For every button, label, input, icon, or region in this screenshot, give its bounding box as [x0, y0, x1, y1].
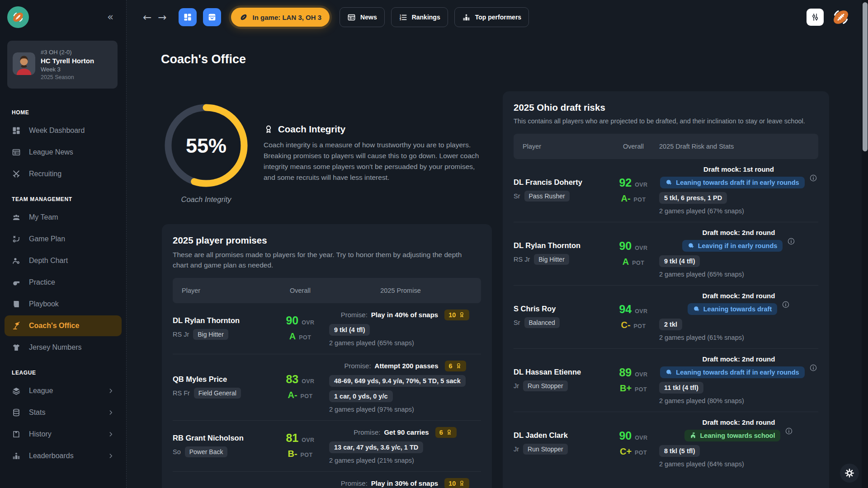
- draft-mock: Draft mock: 2nd round: [703, 418, 775, 426]
- risk-pill: Leaving if in early rounds: [682, 240, 783, 252]
- promise-row[interactable]: RB Grant Nicholson So Power Back 81OVR B…: [173, 421, 481, 472]
- sidebar-item-coach-s-office[interactable]: Coach's Office: [5, 315, 122, 336]
- pot-value: C+: [620, 446, 632, 457]
- overall-cell: 90OVR APOT: [271, 314, 329, 342]
- scrollbar-track[interactable]: [862, 0, 868, 488]
- sidebar-item-recruiting[interactable]: Recruiting: [5, 164, 122, 184]
- player-name: DL Rylan Thornton: [514, 241, 608, 250]
- promise-row[interactable]: DL Rylan Thornton RS Jr Big Hitter 90OVR…: [173, 303, 481, 354]
- sidebar-item-my-team[interactable]: My Team: [5, 207, 122, 228]
- tab-label: Top performers: [475, 14, 521, 21]
- integrity-donut-chart: 55%: [161, 100, 251, 191]
- stat-pill: 9 tkl (4 tfl): [659, 255, 700, 267]
- info-icon[interactable]: [785, 427, 793, 435]
- player-archetype-badge: Field General: [194, 388, 241, 399]
- sidebar-item-label: Leaderboards: [29, 452, 99, 460]
- dashboard-shortcut-button[interactable]: [179, 8, 197, 26]
- player-archetype-badge: Balanced: [524, 317, 560, 328]
- inbox-shortcut-button[interactable]: [203, 8, 221, 26]
- games-played: 2 games played (80% snaps): [659, 397, 744, 404]
- sidebar-item-history[interactable]: History: [5, 424, 122, 445]
- player-cell[interactable]: DL Rylan Thornton RS Jr Big Hitter: [173, 316, 271, 340]
- tab-top-performers[interactable]: Top performers: [454, 7, 529, 27]
- filters-button[interactable]: [807, 9, 824, 26]
- integrity-percent: 55%: [186, 134, 226, 157]
- promise-row-partial[interactable]: Promise: Play in 30% of snaps 10: [173, 472, 481, 488]
- draft-risk-row[interactable]: DL Jaden Clark Jr Run Stopper 90OVR C+PO…: [514, 412, 818, 475]
- draft-risk-row[interactable]: S Chris Roy Sr Balanced 94OVR C-POT Draf…: [514, 286, 818, 349]
- info-icon[interactable]: [787, 237, 795, 245]
- pot-value: A-: [621, 193, 630, 204]
- risk-pill: Leaning towards draft if in early rounds: [660, 177, 804, 188]
- pot-value: B-: [288, 449, 297, 459]
- promises-panel-subtitle: These are all promises made to players f…: [173, 249, 466, 271]
- podium-icon: [12, 451, 21, 460]
- sidebar-item-leaderboards[interactable]: Leaderboards: [5, 446, 122, 466]
- sidebar-collapse-button[interactable]: «: [107, 11, 113, 23]
- promise-text: Attempt 200 passes: [375, 362, 439, 370]
- player-cell[interactable]: DL Hassan Etienne Jr Run Stopper: [514, 368, 608, 391]
- player-class: Sr: [514, 319, 520, 326]
- ovr-unit: OVR: [635, 182, 647, 188]
- forward-arrow-button[interactable]: →: [158, 11, 166, 23]
- info-icon[interactable]: [782, 300, 790, 309]
- info-icon[interactable]: [809, 364, 817, 372]
- helmet-icon: [665, 179, 672, 186]
- in-game-score-button[interactable]: In game: LAN 3, OH 3: [231, 8, 330, 27]
- ovr-value: 81: [286, 432, 298, 445]
- overall-cell: 89OVR B+POT: [608, 366, 659, 394]
- ovr-value: 90: [619, 239, 632, 253]
- settings-button[interactable]: [840, 464, 859, 483]
- player-cell[interactable]: DL Jaden Clark Jr Run Stopper: [514, 431, 608, 455]
- football-menu-button[interactable]: [831, 7, 851, 27]
- player-archetype-badge: Run Stopper: [523, 444, 568, 455]
- draft-risk-row[interactable]: DL Francis Doherty Sr Pass Rusher 92OVR …: [514, 159, 818, 222]
- player-cell[interactable]: DL Rylan Thornton RS Jr Big Hitter: [514, 241, 608, 265]
- back-arrow-button[interactable]: ←: [143, 11, 151, 23]
- sidebar-item-playbook[interactable]: Playbook: [5, 294, 122, 314]
- player-cell[interactable]: QB Myles Price RS Fr Field General: [173, 375, 271, 399]
- stat-pill: 13 car, 47 yds, 3.6 y/c, 1 TD: [329, 441, 423, 453]
- ovr-value: 90: [619, 429, 632, 442]
- sidebar-item-league[interactable]: League: [5, 380, 122, 401]
- sidebar-item-league-news[interactable]: League News: [5, 142, 122, 163]
- draft-risk-row[interactable]: DL Hassan Etienne Jr Run Stopper 89OVR B…: [514, 349, 818, 412]
- sidebar-item-label: Stats: [29, 408, 99, 417]
- promise-label: Promise:: [341, 479, 368, 487]
- player-cell[interactable]: RB Grant Nicholson So Power Back: [173, 434, 271, 457]
- pot-value: B+: [620, 383, 632, 394]
- player-cell[interactable]: DL Francis Doherty Sr Pass Rusher: [514, 178, 608, 202]
- sidebar-item-label: Game Plan: [29, 235, 114, 243]
- pot-unit: POT: [301, 452, 313, 458]
- draft-risk-row[interactable]: DL Rylan Thornton RS Jr Big Hitter 90OVR…: [514, 222, 818, 286]
- player-class: So: [173, 448, 181, 455]
- sidebar-item-game-plan[interactable]: Game Plan: [5, 229, 122, 249]
- promise-points-badge: 10: [444, 478, 469, 488]
- stat-pill: 8 tkl (5 tfl): [659, 445, 700, 457]
- sidebar-item-practice[interactable]: Practice: [5, 272, 122, 293]
- depth-icon: [12, 256, 21, 265]
- sidebar-item-week-dashboard[interactable]: Week Dashboard: [5, 120, 122, 141]
- pot-unit: POT: [634, 197, 646, 203]
- team-icon: [12, 213, 21, 222]
- player-class: Jr: [514, 382, 519, 389]
- games-played: 2 games played (61% snaps): [659, 334, 744, 341]
- sidebar-item-depth-chart[interactable]: Depth Chart: [5, 250, 122, 271]
- pot-value: C-: [621, 320, 630, 330]
- promise-row[interactable]: QB Myles Price RS Fr Field General 83OVR…: [173, 354, 481, 421]
- sidebar-item-stats[interactable]: Stats: [5, 402, 122, 423]
- app-logo[interactable]: [7, 6, 29, 28]
- sidebar-item-label: Coach's Office: [29, 322, 114, 330]
- player-cell[interactable]: S Chris Roy Sr Balanced: [514, 305, 608, 328]
- tab-news[interactable]: News: [340, 7, 385, 27]
- pot-value: A: [623, 257, 629, 267]
- tab-rankings[interactable]: 123 Rankings: [391, 7, 448, 27]
- coach-profile-card[interactable]: #3 OH (2-0) HC Tyrell Horton Week 3 2025…: [7, 41, 118, 89]
- info-icon[interactable]: [809, 174, 817, 182]
- sidebar-item-jersey-numbers[interactable]: Jersey Numbers: [5, 337, 122, 358]
- risk-label: Leaning towards school: [700, 432, 775, 439]
- promise-text: Play in 30% of snaps: [371, 479, 438, 487]
- current-week: Week 3: [41, 66, 94, 73]
- jersey-icon: [12, 343, 21, 352]
- scrollbar-thumb[interactable]: [863, 2, 868, 151]
